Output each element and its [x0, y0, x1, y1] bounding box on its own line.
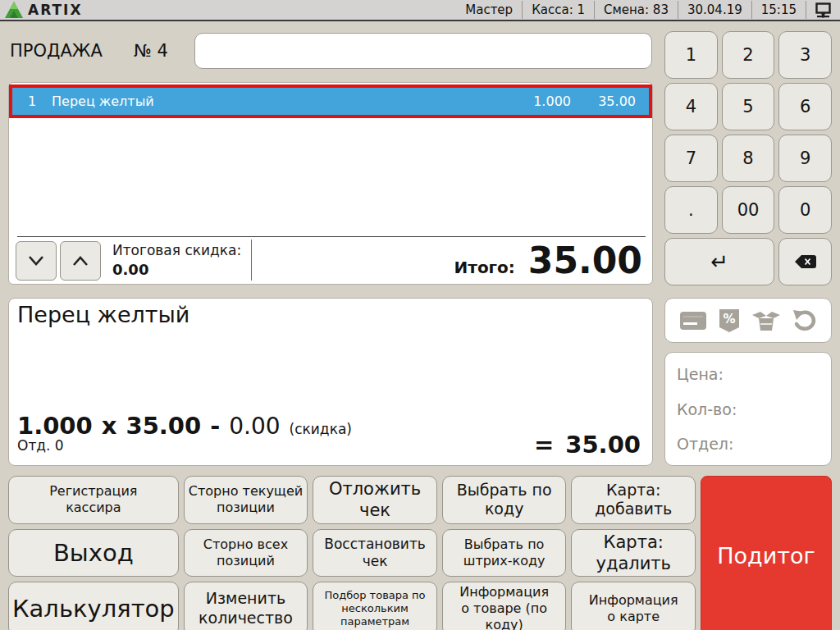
card-info-button[interactable]: Информация о карте	[571, 582, 696, 630]
detail-price: 35.00	[126, 412, 201, 440]
card-remove-button[interactable]: Карта: удалить	[571, 529, 696, 578]
total-value: 35.00	[528, 240, 642, 281]
brand-name: ARTIX	[28, 2, 83, 18]
total-discount-value: 0.00	[112, 261, 241, 278]
backspace-icon	[793, 253, 818, 270]
top-status-bar: ARTIX Мастер Касса: 1 Смена: 83 30.04.19…	[0, 0, 840, 21]
receipt-footer: Итоговая скидка: 0.00 Итого: 35.00	[9, 236, 652, 284]
restore-receipt-button[interactable]: Восстановить чек	[313, 529, 437, 578]
equals-sign: =	[534, 431, 554, 459]
detail-discount-suffix: (скидка)	[290, 421, 352, 437]
scroll-up-button[interactable]	[60, 241, 101, 281]
page-title: ПРОДАЖА	[10, 41, 103, 61]
keypad-key-0[interactable]: 0	[778, 186, 832, 234]
status-area: Мастер Касса: 1 Смена: 83 30.04.19 15:15	[456, 0, 835, 20]
item-name: Перец желтый	[52, 94, 497, 109]
workstation-icon	[806, 2, 835, 18]
receipt-number: № 4	[134, 41, 168, 61]
item-fields-panel: Цена: Кол-во: Отдел:	[664, 352, 832, 466]
enter-icon: ↵	[710, 249, 728, 274]
card-add-button[interactable]: Карта: добавить	[571, 476, 696, 524]
open-box-icon	[751, 309, 781, 332]
keypad-key-00[interactable]: 00	[722, 186, 775, 234]
detail-total: = 35.00	[534, 431, 641, 459]
keypad-key-8[interactable]: 8	[722, 135, 775, 182]
divider	[17, 236, 646, 237]
keypad-key-1[interactable]: 1	[664, 31, 718, 79]
total-block: Итого: 35.00	[454, 240, 642, 281]
artix-logo	[5, 2, 23, 18]
scan-input[interactable]	[194, 33, 652, 69]
percent-icon: %	[719, 308, 740, 333]
item-number: 1	[12, 94, 52, 109]
void-all-items-button[interactable]: Сторно всех позиций	[184, 529, 308, 578]
total-label: Итого:	[454, 258, 515, 277]
multiply-sign: x	[102, 412, 117, 440]
detail-price-formula: 1.000 x 35.00 - 0.00 (скидка)	[17, 412, 352, 440]
quantity-field-label: Кол-во:	[677, 400, 819, 418]
undo-icon	[792, 309, 817, 332]
item-detail-panel: Перец желтый 1.000 x 35.00 - 0.00 (скидк…	[8, 298, 653, 466]
change-quantity-button[interactable]: Изменить количество	[184, 582, 308, 630]
numeric-keypad: 1 2 3 4 5 6 7 8 9 . 00 0 ↵	[664, 31, 832, 285]
select-by-barcode-button[interactable]: Выбрать по штрих-коду	[442, 529, 567, 578]
total-discount-block: Итоговая скидка: 0.00	[112, 242, 241, 278]
svg-text:%: %	[723, 312, 735, 326]
item-price: 35.00	[571, 94, 649, 109]
receipt-row-selected[interactable]: 1 Перец желтый 1.000 35.00	[9, 84, 652, 118]
minus-sign: -	[210, 412, 220, 440]
subtotal-button[interactable]: Подитог	[701, 476, 832, 630]
scroll-down-button[interactable]	[16, 241, 57, 281]
keypad-key-6[interactable]: 6	[778, 83, 832, 130]
status-date: 30.04.19	[678, 1, 752, 19]
receipt-list-panel: 1 Перец желтый 1.000 35.00 Итоговая скид…	[8, 82, 653, 285]
status-icons-panel: %	[664, 298, 832, 343]
status-shift: Смена: 83	[595, 1, 678, 19]
multi-parameter-search-button[interactable]: Подбор товара по нескольким параметрам	[313, 582, 437, 630]
chevron-down-icon	[26, 254, 46, 267]
detail-qty: 1.000	[17, 412, 93, 440]
detail-discount: 0.00	[229, 413, 280, 440]
detail-item-name: Перец желтый	[17, 302, 189, 327]
keypad-backspace-button[interactable]	[778, 238, 832, 285]
keypad-key-3[interactable]: 3	[778, 31, 832, 79]
void-current-item-button[interactable]: Сторно текущей позиции	[184, 476, 308, 524]
keypad-enter-button[interactable]: ↵	[664, 238, 774, 285]
keypad-key-5[interactable]: 5	[722, 83, 775, 130]
keypad-key-2[interactable]: 2	[722, 31, 775, 79]
bank-card-icon	[679, 310, 707, 331]
exit-button[interactable]: Выход	[8, 529, 179, 578]
divider	[251, 240, 252, 281]
status-register: Касса: 1	[523, 1, 595, 19]
price-field-label: Цена:	[677, 365, 819, 383]
product-info-by-code-button[interactable]: Информация о товаре (по коду)	[442, 582, 567, 630]
item-qty: 1.000	[497, 94, 571, 109]
brand: ARTIX	[5, 2, 83, 18]
detail-department: Отд. 0	[17, 437, 64, 454]
status-cashier: Мастер	[456, 1, 523, 19]
total-discount-label: Итоговая скидка:	[112, 242, 241, 258]
department-field-label: Отдел:	[677, 435, 819, 453]
keypad-key-4[interactable]: 4	[664, 83, 718, 130]
detail-total-value: 35.00	[565, 431, 641, 459]
keypad-key-9[interactable]: 9	[778, 135, 832, 182]
cashier-registration-button[interactable]: Регистрация кассира	[8, 476, 179, 524]
calculator-button[interactable]: Калькулятор	[8, 582, 179, 630]
status-time: 15:15	[752, 1, 806, 19]
action-button-grid: Регистрация кассира Сторно текущей позиц…	[8, 476, 832, 623]
select-by-code-button[interactable]: Выбрать по коду	[442, 476, 567, 524]
keypad-key-dot[interactable]: .	[664, 186, 718, 234]
keypad-key-7[interactable]: 7	[664, 135, 718, 182]
hold-receipt-button[interactable]: Отложить чек	[313, 476, 437, 524]
chevron-up-icon	[71, 254, 90, 267]
